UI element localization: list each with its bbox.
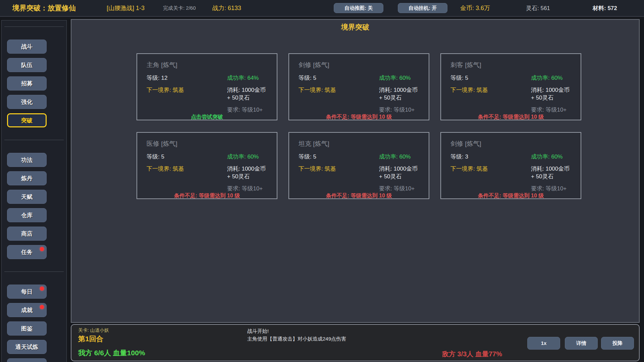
attempt-breakthrough-action[interactable]: 点击尝试突破 xyxy=(147,114,267,121)
requirement-value: 要求: 等级10+ xyxy=(531,185,571,192)
top-bar: 境界突破：放置修仙 [山腰激战] 1-3 完成关卡: 2/60 战力: 6133… xyxy=(0,0,644,17)
sidebar-item-trial[interactable]: 通天试炼 xyxy=(7,340,47,354)
character-name: 坦克 [炼气] xyxy=(299,139,419,148)
battle-log-line: 战斗开始! xyxy=(247,328,269,335)
battle-status-bar: 关卡: 山道小妖 第1回合 我方 6/6人 血量100% 战斗开始! 主角使用【… xyxy=(71,324,640,361)
character-name: 主角 [炼气] xyxy=(147,61,267,69)
requirement-value: 要求: 等级10+ xyxy=(379,185,419,192)
level-value: 等级: 5 xyxy=(299,153,379,161)
requirement-value: 要求: 等级10+ xyxy=(227,106,267,114)
sidebar-item-breakthrough[interactable]: 突破 xyxy=(7,113,47,127)
cost-value: 消耗: 1000金币 + 50灵石 xyxy=(227,165,267,180)
level-value: 等级: 3 xyxy=(450,153,531,161)
ally-status-label: 我方 6/6人 血量100% xyxy=(78,348,145,358)
sidebar-item-codex[interactable]: 图鉴 xyxy=(7,321,47,336)
breakthrough-blocked-message: 条件不足: 等级需达到 10 级 xyxy=(450,192,571,199)
success-rate-value: 成功率: 60% xyxy=(379,74,419,82)
sidebar-item-daily[interactable]: 每日 xyxy=(7,285,47,299)
sidebar-item-shop[interactable]: 商店 xyxy=(7,227,47,241)
success-rate-value: 成功率: 60% xyxy=(531,153,571,161)
enemy-status-label: 敌方 3/3人 血量77% xyxy=(442,350,502,359)
level-value: 等级: 5 xyxy=(299,74,379,82)
next-realm-value: 下一境界: 筑基 xyxy=(147,165,227,180)
material-counter: 材料: 572 xyxy=(593,4,617,12)
battle-stage-label: 关卡: 山道小妖 xyxy=(78,327,109,334)
success-rate-value: 成功率: 64% xyxy=(227,74,267,82)
requirement-value: 要求: 等级10+ xyxy=(379,106,419,114)
requirement-value: 要求: 等级10+ xyxy=(531,106,571,114)
breakthrough-blocked-message: 条件不足: 等级需达到 10 级 xyxy=(299,192,419,199)
breakthrough-blocked-message: 条件不足: 等级需达到 10 级 xyxy=(147,192,267,199)
sidebar-item-battle[interactable]: 战斗 xyxy=(7,40,47,54)
battle-detail-button[interactable]: 详情 xyxy=(565,337,598,350)
level-value: 等级: 12 xyxy=(147,74,227,82)
character-name: 剑修 [炼气] xyxy=(299,61,419,69)
completed-stages-label: 完成关卡: 2/60 xyxy=(163,5,196,11)
sidebar-item-warehouse[interactable]: 仓库 xyxy=(7,208,47,222)
notification-dot xyxy=(40,247,44,251)
notification-dot xyxy=(40,287,44,291)
sidebar-item-team[interactable]: 队伍 xyxy=(7,58,47,72)
auto-idle-toggle-button[interactable]: 自动挂机: 开 xyxy=(398,3,447,13)
success-rate-value: 成功率: 60% xyxy=(531,74,571,82)
breakthrough-card-healer: 医修 [炼气] 等级: 5 成功率: 60% 下一境界: 筑基 消耗: 1000… xyxy=(137,132,277,199)
success-rate-value: 成功率: 60% xyxy=(227,153,267,161)
battle-speed-button[interactable]: 1x xyxy=(527,337,560,350)
next-realm-value: 下一境界: 筑基 xyxy=(299,86,379,102)
breakthrough-card-assassin: 刺客 [炼气] 等级: 5 成功率: 60% 下一境界: 筑基 消耗: 1000… xyxy=(440,53,581,120)
character-name: 刺客 [炼气] xyxy=(450,61,571,69)
battle-round-label: 第1回合 xyxy=(78,334,103,344)
sidebar-item-achievements[interactable]: 成就 xyxy=(7,303,47,317)
auto-push-toggle-button[interactable]: 自动推图: 关 xyxy=(334,3,383,13)
cost-value: 消耗: 1000金币 + 50灵石 xyxy=(379,86,419,102)
power-label: 战力: 6133 xyxy=(212,4,241,12)
current-stage-label: [山腰激战] 1-3 xyxy=(107,4,145,12)
next-realm-value: 下一境界: 筑基 xyxy=(450,86,531,102)
sidebar-nav: 战斗 队伍 招募 强化 突破 功法 炼丹 天赋 仓库 商店 任务 每日 成就 图… xyxy=(1,20,67,362)
page-title: 境界突破 xyxy=(71,22,639,32)
character-name: 医修 [炼气] xyxy=(147,139,267,148)
battle-log-line: 主角使用【普通攻击】对小妖造成249点伤害 xyxy=(247,336,346,342)
sidebar-item-guide[interactable]: 修仙指南 xyxy=(7,358,47,362)
cost-value: 消耗: 1000金币 + 50灵石 xyxy=(531,165,571,180)
sidebar-item-recruit[interactable]: 招募 xyxy=(7,76,47,90)
sidebar-item-techniques[interactable]: 功法 xyxy=(7,153,47,167)
next-realm-value: 下一境界: 筑基 xyxy=(450,165,531,180)
character-name: 剑修 [炼气] xyxy=(450,139,571,148)
breakthrough-card-swordsman: 剑修 [炼气] 等级: 5 成功率: 60% 下一境界: 筑基 消耗: 1000… xyxy=(288,53,429,120)
sidebar-item-quests[interactable]: 任务 xyxy=(7,245,47,259)
next-realm-value: 下一境界: 筑基 xyxy=(299,165,379,180)
breakthrough-card-tank: 坦克 [炼气] 等级: 5 成功率: 60% 下一境界: 筑基 消耗: 1000… xyxy=(288,132,429,199)
notification-dot xyxy=(40,305,44,309)
breakthrough-card-grid: 主角 [炼气] 等级: 12 成功率: 64% 下一境界: 筑基 消耗: 100… xyxy=(137,53,581,199)
level-value: 等级: 5 xyxy=(450,74,531,82)
level-value: 等级: 5 xyxy=(147,153,227,161)
spirit-stone-counter: 灵石: 561 xyxy=(526,4,550,12)
gold-counter: 金币: 3.6万 xyxy=(460,4,490,12)
success-rate-value: 成功率: 60% xyxy=(379,153,419,161)
next-realm-value: 下一境界: 筑基 xyxy=(147,86,227,102)
sidebar-item-talent[interactable]: 天赋 xyxy=(7,190,47,204)
sidebar-item-enhance[interactable]: 强化 xyxy=(7,95,47,109)
breakthrough-card-hero: 主角 [炼气] 等级: 12 成功率: 64% 下一境界: 筑基 消耗: 100… xyxy=(137,53,277,120)
requirement-value: 要求: 等级10+ xyxy=(227,185,267,192)
app-title: 境界突破：放置修仙 xyxy=(12,3,76,13)
sidebar-item-alchemy[interactable]: 炼丹 xyxy=(7,171,47,185)
cost-value: 消耗: 1000金币 + 50灵石 xyxy=(531,86,571,102)
surrender-button[interactable]: 投降 xyxy=(601,337,634,350)
cost-value: 消耗: 1000金币 + 50灵石 xyxy=(227,86,267,102)
breakthrough-card-swordsman-2: 剑修 [炼气] 等级: 3 成功率: 60% 下一境界: 筑基 消耗: 1000… xyxy=(440,132,581,199)
breakthrough-blocked-message: 条件不足: 等级需达到 10 级 xyxy=(450,114,571,121)
breakthrough-panel: 境界突破 主角 [炼气] 等级: 12 成功率: 64% 下一境界: 筑基 消耗… xyxy=(71,19,640,323)
breakthrough-blocked-message: 条件不足: 等级需达到 10 级 xyxy=(299,114,419,121)
cost-value: 消耗: 1000金币 + 50灵石 xyxy=(379,165,419,180)
